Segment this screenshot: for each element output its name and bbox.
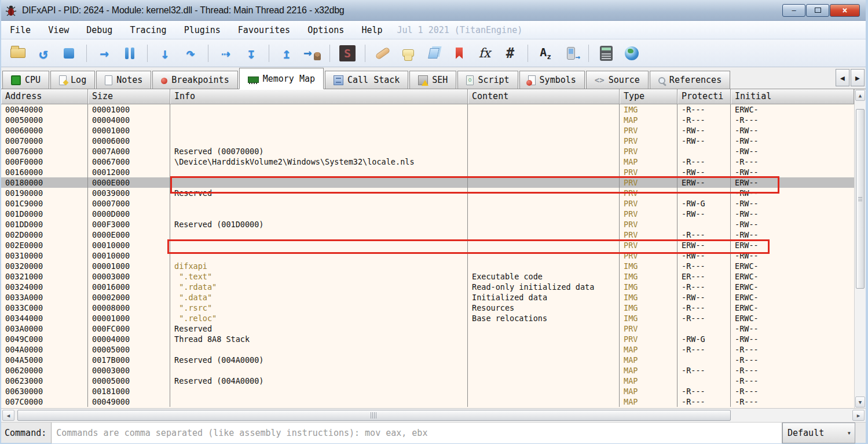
globe-button[interactable] — [621, 42, 643, 64]
menu-debug[interactable]: Debug — [78, 23, 121, 38]
menu-tracing[interactable]: Tracing — [121, 23, 175, 38]
phone-forward-button[interactable] — [560, 42, 582, 64]
tab-cpu[interactable]: CPU — [2, 71, 49, 89]
column-header-info[interactable]: Info — [170, 89, 468, 104]
case-button[interactable]: Az — [534, 42, 556, 64]
scroll-left-icon[interactable]: ◀ — [2, 410, 14, 421]
tab-script[interactable]: Script — [457, 71, 518, 89]
table-row[interactable]: 0034400000001000 ".reloc"Base relocation… — [1, 313, 854, 323]
column-header-address[interactable]: Address — [1, 89, 88, 104]
open-file-button[interactable] — [7, 42, 29, 64]
command-input[interactable] — [51, 423, 782, 443]
table-row[interactable]: 002D00000000E000PRV-R----RW-- — [1, 230, 854, 240]
table-row[interactable]: 0062300000005000Reserved (004A0000)MAP-R… — [1, 376, 854, 386]
calculator-button[interactable] — [595, 42, 617, 64]
table-row[interactable]: 0032400000016000 ".rdata"Read-only initi… — [1, 282, 854, 292]
table-row[interactable]: 001800000000E000PRVERW--ERW-- — [1, 177, 854, 188]
trace-record-button[interactable]: S — [336, 42, 358, 64]
tab-symbols[interactable]: Symbols — [519, 71, 585, 89]
tab-references[interactable]: References — [650, 71, 730, 89]
table-row[interactable]: 0032000000001000difxapiIMG-R---ERWC- — [1, 261, 854, 271]
table-row[interactable]: 001DD000000F3000Reserved (001D0000)PRV-R… — [1, 219, 854, 230]
cell-protect: -R--- — [677, 396, 731, 407]
column-header-size[interactable]: Size — [88, 89, 170, 104]
table-row[interactable]: 0005000000004000MAP-R----R--- — [1, 115, 854, 125]
table-row[interactable]: 0049C00000004000Thread 8A8 StackPRV-RW-G… — [1, 334, 854, 344]
tab-memory-map[interactable]: Memory Map — [239, 68, 324, 89]
maximize-button[interactable] — [806, 4, 829, 17]
execute-till-return-button[interactable]: ↥ — [276, 42, 298, 64]
run-to-user-code-button[interactable] — [301, 42, 323, 64]
tab-breakpoints[interactable]: Breakpoints — [152, 71, 237, 89]
cell-initial: ERWC- — [731, 292, 854, 303]
table-row[interactable]: 0063000000181000MAP-R----R--- — [1, 386, 854, 396]
menu-file[interactable]: File — [1, 23, 39, 38]
cell-size: 00001000 — [88, 104, 170, 115]
cell-type: PRV — [620, 219, 677, 230]
animate-over-button[interactable]: ⇢ — [215, 42, 237, 64]
table-row[interactable]: 000F000000067000\Device\HarddiskVolume2\… — [1, 157, 854, 167]
patches-button[interactable] — [372, 42, 394, 64]
table-row[interactable]: 004A000000005000MAP-R----R--- — [1, 344, 854, 355]
scroll-down-icon[interactable]: ▼ — [855, 396, 865, 407]
profile-dropdown[interactable]: Default — [782, 423, 855, 443]
bookmarks-button[interactable] — [448, 42, 470, 64]
tab-log[interactable]: Log — [50, 71, 95, 89]
tab-scroll-right-icon[interactable]: ▶ — [851, 69, 865, 86]
close-button[interactable]: × — [830, 4, 860, 17]
cell-initial: ERW-- — [731, 240, 854, 250]
table-row[interactable]: 001C900000007000PRV-RW-G-RW-- — [1, 198, 854, 209]
comments-button[interactable] — [397, 42, 419, 64]
table-row[interactable]: 0033A00000002000 ".data"Initialized data… — [1, 292, 854, 303]
column-header-protect[interactable]: Protecti — [677, 89, 731, 104]
table-row[interactable]: 0006000000001000PRV-RW---RW-- — [1, 125, 854, 136]
tab-seh[interactable]: SEH — [409, 71, 456, 89]
restart-button[interactable]: ↺ — [32, 42, 54, 64]
table-row[interactable]: 000760000007A000Reserved (00070000)PRV-R… — [1, 146, 854, 157]
table-row[interactable]: 001D00000000D000PRV-RW---RW-- — [1, 209, 854, 219]
step-out-button[interactable]: ↧ — [240, 42, 262, 64]
functions-button[interactable]: fx — [474, 42, 496, 64]
menu-favourites[interactable]: Favourites — [229, 23, 299, 38]
menu-view[interactable]: View — [39, 23, 78, 38]
table-row[interactable]: 0062000000003000MAP-R----R--- — [1, 365, 854, 376]
column-header-initial[interactable]: Initial — [731, 89, 854, 104]
step-into-button[interactable]: ↓ — [154, 42, 176, 64]
stop-button[interactable] — [58, 42, 80, 64]
vertical-scrollbar[interactable]: ▲ ▼ — [854, 89, 866, 408]
table-row[interactable]: 003A0000000FC000ReservedPRV-RW-- — [1, 323, 854, 334]
table-row[interactable]: 002E000000010000PRVERW--ERW-- — [1, 240, 854, 250]
table-row[interactable]: 0033C00000008000 ".rsrc"ResourcesIMG-R--… — [1, 303, 854, 313]
horizontal-scroll-thumb[interactable] — [17, 410, 731, 421]
table-row[interactable]: 0004000000001000IMG-R---ERWC- — [1, 104, 854, 115]
scroll-up-icon[interactable]: ▲ — [855, 90, 865, 101]
cell-protect — [677, 219, 731, 230]
table-row[interactable]: 007C000000049000MAP-R----R--- — [1, 396, 854, 407]
tab-notes[interactable]: Notes — [96, 71, 151, 89]
vertical-scroll-thumb[interactable] — [856, 109, 865, 289]
table-row[interactable]: 004A50000017B000Reserved (004A0000)MAP-R… — [1, 355, 854, 365]
column-header-type[interactable]: Type — [620, 89, 677, 104]
table-row[interactable]: 0016000000012000PRV-RW---RW-- — [1, 167, 854, 177]
menu-options[interactable]: Options — [299, 23, 353, 38]
table-row[interactable]: 0019000000039000ReservedPRV-RW-- — [1, 188, 854, 198]
cell-content — [468, 136, 620, 146]
horizontal-scrollbar[interactable]: ◀ ▶ — [1, 408, 866, 422]
tab-source[interactable]: <>Source — [586, 71, 649, 89]
step-over-button[interactable]: ↷ — [180, 42, 202, 64]
table-row[interactable]: 0031000000010000PRV-RW---RW-- — [1, 250, 854, 261]
scroll-right-icon[interactable]: ▶ — [852, 410, 865, 421]
column-header-content[interactable]: Content — [468, 89, 620, 104]
menu-plugins[interactable]: Plugins — [175, 23, 229, 38]
minimize-button[interactable]: — — [782, 4, 805, 17]
run-button[interactable]: → — [93, 42, 115, 64]
hash-button[interactable]: # — [499, 42, 521, 64]
pause-button[interactable] — [119, 42, 141, 64]
tab-scroll-left-icon[interactable]: ◀ — [836, 69, 849, 86]
menu-help[interactable]: Help — [353, 23, 391, 38]
toolbar-separator — [329, 45, 330, 62]
table-row[interactable]: 0032100000003000 ".text"Executable codeI… — [1, 271, 854, 282]
table-row[interactable]: 0007000000006000PRV-RW---RW-- — [1, 136, 854, 146]
tab-call-stack[interactable]: Call Stack — [325, 71, 408, 89]
labels-button[interactable] — [423, 42, 445, 64]
